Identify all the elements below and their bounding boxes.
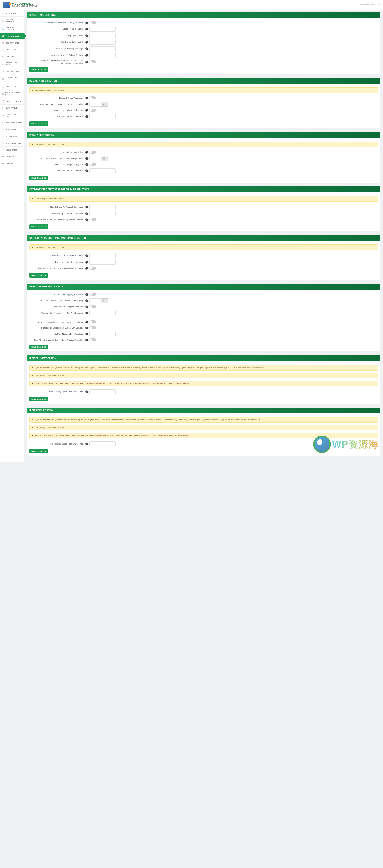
nav-label: ORDER SETTINGS [6,35,21,37]
sidebar-item-delivery-date[interactable]: 📅DELIVERY DATE [0,40,24,46]
help-icon[interactable]: ? [85,327,88,329]
text-input[interactable] [90,311,116,315]
toggle-switch[interactable] [90,151,96,154]
help-icon[interactable]: ? [85,212,88,215]
sidebar-item-additional-field[interactable]: ✎ADDITIONAL FIELD [0,140,24,147]
sidebar-item-additional-fees[interactable]: ＋ADDITIONAL FEES [0,126,24,133]
help-icon[interactable]: ? [85,97,88,99]
toggle-switch[interactable] [90,338,96,341]
toggle-switch[interactable] [90,96,96,99]
help-icon[interactable]: ? [85,312,88,314]
help-icon[interactable]: ? [85,61,88,63]
toggle-switch[interactable] [90,320,96,323]
help-icon[interactable]: ? [85,169,88,172]
toggle-switch[interactable] [90,108,96,112]
save-button[interactable]: SAVE CHANGES [29,397,48,401]
help-icon[interactable]: ? [85,48,88,50]
help-icon[interactable]: ? [85,218,88,221]
help-icon[interactable]: ? [85,339,88,341]
help-icon[interactable]: ? [85,267,88,270]
help-icon[interactable]: ? [85,103,88,105]
help-icon[interactable]: ? [85,151,88,154]
amount-input[interactable] [90,156,101,161]
text-input[interactable] [90,332,116,336]
text-input[interactable] [90,33,116,38]
sidebar-item-delivery-reports[interactable]: 📊DELIVERY REPORTS [0,17,24,25]
toggle-switch[interactable] [90,163,96,166]
sidebar-item-order-settings[interactable]: ⚙ORDER SETTINGS [0,33,24,40]
help-icon[interactable]: ? [85,163,88,166]
help-icon[interactable]: ? [85,41,88,43]
help-icon[interactable]: ? [85,54,88,57]
text-input[interactable] [90,114,116,119]
help-icon[interactable]: ? [85,157,88,160]
save-button[interactable]: SAVE CHANGES [29,273,48,278]
toggle-switch[interactable] [90,60,96,63]
sidebar-item-cutoff-time[interactable]: ✂CUTOFF TIME [0,104,24,112]
text-input[interactable] [90,40,116,45]
help-icon[interactable]: ? [85,22,88,24]
toggle-switch[interactable] [90,326,96,329]
amount-input[interactable] [90,298,101,303]
toggle-switch[interactable] [90,305,96,308]
sidebar-item-delivery-time[interactable]: ⏱DELIVERY TIME [0,68,24,75]
info-text: Only working if Order Type is Enabled [35,374,64,376]
help-icon[interactable]: ? [85,261,88,264]
text-input[interactable] [90,441,116,446]
sidebar-item-pickup-location[interactable]: 📍PICKUP LOCATION [0,98,24,104]
amount-input[interactable] [90,102,101,106]
help-icon[interactable]: ? [85,109,88,112]
save-button[interactable]: SAVE CHANGES [29,224,48,229]
sidebar-item-exclusion[interactable]: ⊘EXCLUSION [0,153,24,160]
help-icon[interactable]: ? [85,34,88,37]
toggle-switch[interactable] [90,218,96,221]
text-input[interactable] [90,46,116,51]
text-input[interactable] [90,205,116,210]
sidebar-item-custom-time-slot[interactable]: ▦CUSTOM TIME SLOT [0,75,24,83]
sidebar-item-processing-time[interactable]: ⟳PROCESSING TIME [0,120,24,126]
sidebar-item-notify-email[interactable]: ✉NOTIFY EMAIL [0,133,24,140]
save-button[interactable]: SAVE CHANGES [29,67,48,72]
sidebar-item-activation[interactable]: ✓ACTIVATION [0,10,24,17]
help-icon[interactable]: ? [85,206,88,208]
sidebar-item-pickup-date[interactable]: 📅PICKUP DATE [0,46,24,53]
help-icon[interactable]: ? [85,293,88,296]
sidebar-item-processing-days[interactable]: ⟳PROCESSING DAYS [0,112,24,120]
help-icon[interactable]: ? [85,28,88,30]
save-button[interactable]: SAVE CHANGES [29,345,48,349]
sidebar-item-timezone-settings[interactable]: 🌐TIMEZONE SETTINGS [0,25,24,33]
help-icon[interactable]: ? [85,300,88,302]
save-button[interactable]: SAVE CHANGES [29,176,48,180]
text-input[interactable] [90,53,116,58]
toggle-switch[interactable] [90,293,96,296]
help-icon[interactable]: ? [85,115,88,118]
text-input[interactable] [90,27,116,32]
save-button[interactable]: SAVE CHANGES [29,449,48,454]
sidebar-item-special-open-days[interactable]: ☺SPECIAL OPEN DAYS [0,60,24,68]
nav-label: ADDITIONAL FEES [6,129,21,131]
toggle-switch[interactable] [90,21,96,24]
nav-icon: ☰ [2,162,4,165]
sidebar-item-pickup-time[interactable]: 🛒PICKUP TIME [0,83,24,90]
help-icon[interactable]: ? [85,321,88,323]
text-input[interactable] [90,168,116,173]
toggle-switch[interactable] [90,267,96,270]
help-icon[interactable]: ? [85,254,88,257]
form-control [90,211,116,216]
text-input[interactable] [90,260,116,265]
help-icon[interactable]: ? [85,442,88,445]
form-label: Maximum (Delivery+Pickup) Per Day [29,54,85,57]
text-input[interactable] [90,253,116,258]
sidebar-item-custom-pickup-slot[interactable]: ▦CUSTOM PICKUP SLOT [0,90,24,98]
sidebar-item-others[interactable]: ☰OTHERS [0,160,24,167]
sidebar-item-localization[interactable]: ⚐LOCALIZATION [0,147,24,153]
text-input[interactable] [90,211,116,216]
brand-title: WOOCOMMERCE [12,2,37,5]
text-input[interactable] [90,389,116,394]
help-icon[interactable]: ? [85,306,88,308]
sidebar-item-off-days[interactable]: ⊘OFF DAYS [0,53,24,60]
save-button[interactable]: SAVE CHANGES [29,121,48,126]
help-icon[interactable]: ? [85,333,88,335]
help-icon[interactable]: ? [85,391,88,393]
nav-icon: ☺ [2,63,4,65]
